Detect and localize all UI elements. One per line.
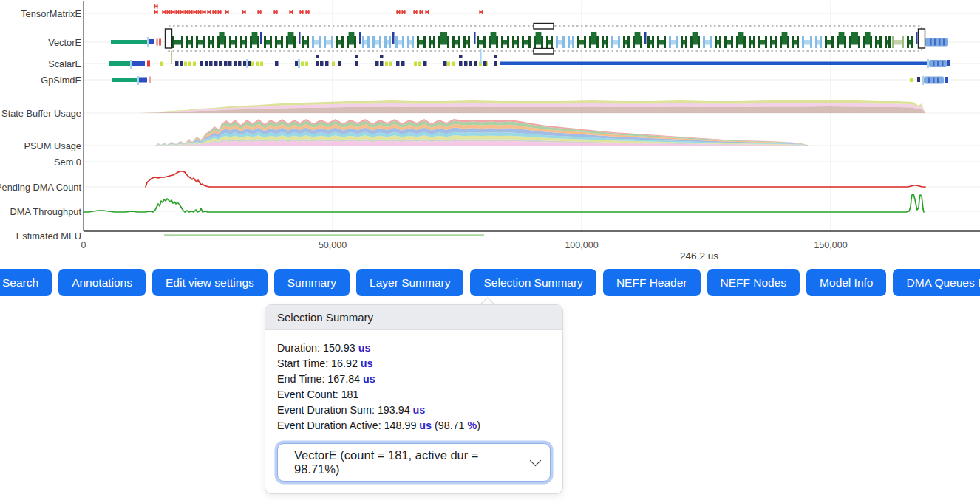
event-bar: [111, 40, 147, 44]
ibeam-top: [252, 32, 258, 40]
ibeam-cap: [577, 36, 579, 48]
selection-stats: Duration: 150.93 usStart Time: 16.92 usE…: [277, 341, 551, 434]
tick: [256, 62, 259, 66]
ibeam-cap: [825, 36, 827, 48]
ibeam-cap: [770, 36, 772, 48]
event-bar: [149, 77, 151, 83]
toolbar-button-edit-view-settings[interactable]: Edit view settings: [152, 269, 268, 296]
profiler-timeline-chart[interactable]: TensorMatrixEVectorEScalarEGpSimdEState …: [0, 0, 980, 264]
ibeam-cap: [293, 36, 296, 48]
row-label: State Buffer Usage: [1, 108, 81, 119]
toolbar-button-annotations[interactable]: Annotations: [58, 269, 146, 296]
ibeam-cap: [429, 36, 431, 48]
ibeam-cap: [885, 36, 887, 48]
pending-dma-count-line: [146, 171, 925, 187]
event-bar: [922, 76, 924, 85]
row-label: TensorMatrixE: [21, 8, 81, 19]
scalar-busy-line: [500, 62, 927, 66]
engine-select[interactable]: VectorE (count = 181, active dur = 98.71…: [277, 443, 551, 482]
ibeam-cap: [797, 36, 799, 48]
row-label: VectorE: [48, 37, 81, 48]
tick: [494, 55, 497, 58]
tall-tick: [171, 51, 172, 64]
ibeam-cap: [676, 36, 678, 48]
event-bar: [910, 78, 913, 82]
toolbar-button-dma-queues-info[interactable]: DMA Queues Info: [893, 269, 980, 296]
ibeam-cap: [724, 36, 727, 48]
ibeam-cap: [196, 36, 198, 48]
ibeam-cap: [354, 36, 356, 48]
ibeam-cap: [235, 36, 237, 48]
selection-handle-left[interactable]: [166, 29, 172, 48]
row-label: Pending DMA Count: [0, 182, 81, 193]
tick: [389, 62, 392, 66]
ibeam-cap: [229, 36, 231, 48]
ibeam-cap: [336, 36, 338, 48]
event-bar: [112, 78, 137, 82]
event-bar: [132, 61, 145, 66]
event-bar: [933, 78, 935, 83]
selection-handle-top[interactable]: [534, 24, 554, 30]
ibeam-cap: [831, 36, 834, 48]
ibeam-cap: [685, 36, 687, 48]
tick: [447, 62, 450, 66]
red-mark: [154, 11, 158, 13]
event-bar: [937, 78, 939, 83]
ibeam-top: [851, 32, 858, 40]
row-label: DMA Throughput: [10, 206, 81, 217]
ibeam-cap: [468, 36, 470, 48]
ibeam-cap: [858, 36, 860, 48]
ibeam-cap: [186, 36, 188, 48]
selection-handle-right[interactable]: [919, 29, 925, 48]
ibeam-cap: [902, 36, 904, 48]
popup-body: Duration: 150.93 usStart Time: 16.92 usE…: [265, 330, 562, 493]
timeline-plot[interactable]: [0, 0, 980, 264]
ibeam-cap: [710, 36, 712, 48]
stat-line: Event Duration Sum: 193.94 us: [277, 403, 551, 418]
ibeam-cap: [787, 36, 789, 48]
toolbar-button-layer-summary[interactable]: Layer Summary: [356, 269, 463, 296]
toolbar-button-summary[interactable]: Summary: [274, 269, 350, 296]
ibeam-cap: [463, 36, 466, 48]
tick: [251, 62, 254, 66]
tick: [193, 62, 196, 66]
ibeam-top: [865, 32, 870, 40]
event-bar: [130, 60, 132, 69]
ibeam-cap: [736, 36, 738, 48]
toolbar-button-neff-header[interactable]: NEFF Header: [603, 269, 701, 296]
red-mark: [397, 11, 401, 13]
ibeam-cap: [888, 36, 891, 48]
x-tick-label: 50,000: [319, 240, 347, 250]
ibeam-cap: [758, 36, 760, 48]
ibeam-cap: [690, 36, 693, 48]
toolbar-button-model-info[interactable]: Model Info: [806, 269, 886, 296]
ibeam-cap: [753, 36, 755, 48]
event-bar: [930, 39, 932, 46]
tick: [316, 61, 319, 66]
event-bar: [139, 78, 147, 83]
tick: [180, 61, 183, 66]
tick: [295, 61, 299, 66]
tick: [332, 62, 335, 66]
ibeam-cap: [379, 36, 381, 48]
event-bar: [147, 61, 150, 67]
navy-tick: [260, 32, 262, 44]
red-mark: [176, 11, 180, 13]
red-mark: [154, 6, 158, 7]
ibeam-cap: [181, 36, 183, 48]
ibeam-cap: [433, 36, 435, 48]
tick: [184, 62, 187, 66]
selection-handle-bottom[interactable]: [534, 49, 554, 55]
ibeam-cap: [438, 36, 440, 48]
toolbar-button-neff-nodes[interactable]: NEFF Nodes: [707, 269, 800, 296]
event-bar: [159, 39, 161, 46]
stat-line: End Time: 167.84 us: [277, 372, 551, 387]
tick: [338, 61, 341, 66]
toolbar-button-search[interactable]: Search: [0, 269, 52, 296]
red-mark: [198, 11, 202, 13]
ibeam-cap: [640, 36, 642, 48]
toolbar-button-selection-summary[interactable]: Selection Summary: [470, 269, 596, 296]
row-label: Estimated MFU: [16, 230, 81, 242]
row-label: ScalarE: [48, 58, 81, 69]
tick: [474, 61, 477, 66]
